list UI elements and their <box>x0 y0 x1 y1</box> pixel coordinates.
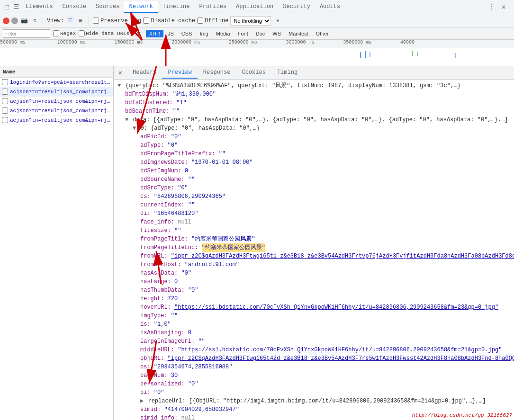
preserve-log-checkbox[interactable] <box>93 18 99 24</box>
regex-checkbox[interactable] <box>53 30 59 36</box>
offline-checkbox[interactable] <box>197 18 203 24</box>
json-value: "https://ss1.bdstatic.com/70cFvXSh_Q1Ynx… <box>174 303 498 312</box>
group-view-button[interactable]: ⊞ <box>76 17 85 25</box>
filter-button[interactable]: ⚗ <box>30 17 39 25</box>
json-value: 0 <box>185 167 188 175</box>
json-line: bdSearchTime: "" <box>114 107 514 116</box>
disable-cache-checkbox[interactable] <box>143 18 149 24</box>
json-key: pi: <box>140 388 154 397</box>
json-key: isAsDianjing: <box>140 329 188 337</box>
json-key: personalized: <box>140 380 188 388</box>
json-line: pi: "0" <box>114 388 514 397</box>
request-item-checkbox[interactable] <box>2 79 8 85</box>
detail-tab-response[interactable]: Response <box>198 67 236 79</box>
record-button[interactable] <box>3 18 9 24</box>
filter-type-font[interactable]: Font <box>234 30 252 37</box>
more-options-icon[interactable]: ⋮ <box>487 2 496 12</box>
request-item-checkbox[interactable] <box>2 98 8 104</box>
devtools-tab-bar: ⬚ ☰ Elements Console Sources Network Tim… <box>0 0 514 14</box>
json-key: face_info: <box>140 218 178 226</box>
request-item-checkbox[interactable] <box>2 89 8 95</box>
throttle-dropdown-icon[interactable]: ▾ <box>273 16 282 26</box>
tab-console[interactable]: Console <box>58 1 91 13</box>
tab-timeline[interactable]: Timeline <box>158 1 195 13</box>
request-item[interactable]: logininfo?src=pc&t=searchresult&... <box>0 78 113 87</box>
request-item[interactable]: acjson?tn=resultjson_com&ipn=rj... <box>0 97 113 106</box>
request-list-header: Name <box>0 66 113 78</box>
clear-button[interactable] <box>11 18 18 24</box>
json-line: hasAspData: "0" <box>114 269 514 277</box>
json-value: "1970-01-01 08:00" <box>191 158 253 167</box>
detail-tab-timing[interactable]: Timing <box>271 67 303 79</box>
detail-tab-headers[interactable]: Headers <box>127 67 162 79</box>
tab-audits[interactable]: Audits <box>315 1 345 13</box>
json-key: largeInImageUrl: <box>140 337 198 346</box>
devtools-icon[interactable]: ⬚ <box>2 2 11 12</box>
tab-sources[interactable]: Sources <box>91 1 124 13</box>
filter-type-buttons: AllXHRJSCSSImgMediaFontDocWSManifestOthe… <box>132 30 332 37</box>
list-view-button[interactable]: ☰ <box>66 17 74 25</box>
filter-type-all[interactable]: All <box>132 30 144 37</box>
filter-type-xhr[interactable]: XHR <box>146 30 163 37</box>
throttle-select[interactable]: No throttling <box>230 16 271 26</box>
request-item[interactable]: acjson?tn=resultjson_com&ipn=rj&ct=... <box>0 87 113 97</box>
json-key: currentIndex: <box>140 201 188 209</box>
filter-type-img[interactable]: Img <box>196 30 211 37</box>
timeline-mark-6: 3500000 ms <box>343 40 371 45</box>
main-content: Name logininfo?src=pc&t=searchresult&...… <box>0 66 514 420</box>
inspect-icon[interactable]: ☰ <box>11 2 21 12</box>
json-line: middleURL: "https://ss1.bdstatic.com/70c… <box>114 346 514 354</box>
view-label: View: <box>47 18 64 24</box>
json-line: adPicId: "0" <box>114 133 514 141</box>
close-detail-button[interactable]: ✕ <box>116 68 125 78</box>
json-key: pageNum: <box>140 371 171 380</box>
json-line: hasLarge: 0 <box>114 277 514 286</box>
json-key: hasLarge: <box>140 277 174 286</box>
json-value: "" <box>219 150 225 158</box>
filter-type-ws[interactable]: WS <box>269 30 284 37</box>
request-item[interactable]: acjson?tn=resultjson_com&ipn=rj&ct=... <box>0 116 113 125</box>
timeline-chart <box>0 48 514 66</box>
timeline-area: 500000 ms1000000 ms1500000 ms2000000 ms2… <box>0 40 514 66</box>
request-item[interactable]: acjson?tn=resultjson_com&ipn=rj&ct=... <box>0 106 113 116</box>
json-key: hasAspData: <box>140 269 181 277</box>
hide-data-option: Hide data URLs <box>79 30 129 36</box>
detail-tab-preview[interactable]: Preview <box>162 67 197 79</box>
detail-tab-bar: ✕ HeadersPreviewResponseCookiesTiming <box>114 66 514 80</box>
json-line: hasThumbData: "0" <box>114 286 514 295</box>
json-expand-icon[interactable]: ▼ <box>133 124 139 133</box>
json-expand-icon[interactable]: ▼ <box>125 116 132 124</box>
timeline-mark-7: 40000 <box>400 40 415 45</box>
filter-type-media[interactable]: Media <box>213 30 234 37</box>
json-expand-icon[interactable]: ▶ <box>140 397 147 405</box>
close-devtools-icon[interactable]: ✕ <box>499 2 508 12</box>
tab-application[interactable]: Application <box>231 1 278 13</box>
tab-profiles[interactable]: Profiles <box>194 1 231 13</box>
filter-type-css[interactable]: CSS <box>178 30 196 37</box>
json-line: fromURL: "ippr_z2C$qAzdH3FAzdH3Ftwg165t1… <box>114 252 514 260</box>
filter-type-manifest[interactable]: Manifest <box>285 30 312 37</box>
timeline-mark-5: 3000000 ms <box>286 40 315 45</box>
hide-data-checkbox[interactable] <box>79 30 85 36</box>
tab-network[interactable]: Network <box>124 1 157 13</box>
request-item-checkbox[interactable] <box>2 107 8 114</box>
json-key: filesize: <box>140 226 174 235</box>
tab-security[interactable]: Security <box>278 1 315 13</box>
separator-1 <box>43 17 43 25</box>
json-line: bdFromPageTitlePrefix: "" <box>114 150 514 158</box>
filter-input[interactable] <box>3 29 50 38</box>
json-expand-icon[interactable]: ▼ <box>117 81 124 90</box>
json-value: "0" <box>188 286 198 295</box>
json-value: "约塞米蒂国家公园风景" <box>191 235 255 243</box>
detail-tab-cookies[interactable]: Cookies <box>236 67 271 79</box>
filter-type-other[interactable]: Other <box>313 30 333 37</box>
filter-type-doc[interactable]: Doc <box>252 30 269 37</box>
request-item-checkbox[interactable] <box>2 117 8 123</box>
filter-type-js[interactable]: JS <box>164 30 177 37</box>
capture-screenshot-button[interactable]: 📷 <box>20 17 28 25</box>
tab-elements[interactable]: Elements <box>21 1 58 13</box>
preserve-log-group: Preserve log <box>93 18 141 24</box>
json-viewer[interactable]: ▼ {queryEnc: "%E9%A3%8E%E6%99%AF", query… <box>114 80 514 420</box>
json-value: "" <box>188 175 195 184</box>
timeline-mark-0: 500000 ms <box>0 40 26 45</box>
